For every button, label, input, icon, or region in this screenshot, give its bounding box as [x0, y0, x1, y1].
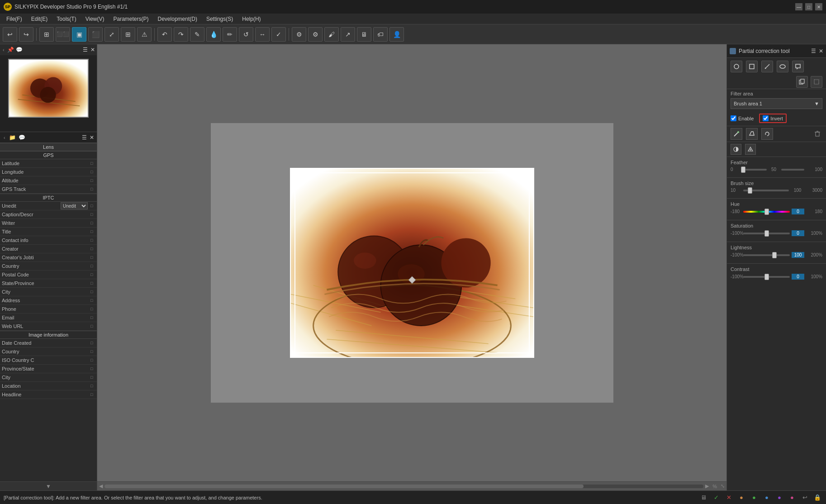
creator-expand-icon[interactable]: □: [90, 247, 95, 251]
creators-jobtitle-expand-icon[interactable]: □: [90, 255, 95, 260]
metadata-close-icon[interactable]: ✕: [90, 134, 94, 141]
menu-file[interactable]: File(F): [2, 15, 27, 23]
dropper-button[interactable]: 💧: [206, 27, 221, 42]
brush-reset-button[interactable]: [761, 128, 773, 140]
view-bw-button[interactable]: [731, 144, 741, 155]
status-x-red-icon[interactable]: ✕: [724, 493, 734, 503]
flip-button[interactable]: ↔: [255, 27, 270, 42]
province-state-expand-icon[interactable]: □: [90, 366, 95, 371]
view-color-button[interactable]: [745, 144, 756, 155]
pen-button[interactable]: ✏: [223, 27, 237, 42]
trash-button[interactable]: [812, 129, 822, 139]
menu-parameters[interactable]: Parameters(P): [109, 15, 153, 23]
enable-checkbox-label[interactable]: Enable: [731, 115, 754, 121]
metadata-folder-icon[interactable]: 📁: [9, 134, 16, 141]
headline-expand-icon[interactable]: □: [90, 392, 95, 397]
rotate-ccw-button[interactable]: ↶: [157, 27, 172, 42]
circle-shape-button[interactable]: [731, 61, 742, 72]
status-lock-icon[interactable]: 🔒: [812, 493, 822, 503]
thumbnail-menu-icon[interactable]: ☰: [83, 47, 88, 53]
view-grid-split-button[interactable]: ⬛⬛: [56, 27, 70, 42]
postal-code-expand-icon[interactable]: □: [90, 272, 95, 277]
rotate-reset-button[interactable]: ↺: [239, 27, 253, 42]
ellipse-shape-button[interactable]: [777, 61, 788, 72]
brush-size-slider-thumb[interactable]: [748, 187, 752, 194]
contact-info-expand-icon[interactable]: □: [90, 238, 95, 242]
minimize-button[interactable]: —: [795, 3, 802, 10]
metadata-chat-icon[interactable]: 💬: [19, 134, 25, 141]
redo-button[interactable]: ↪: [19, 27, 33, 42]
canvas-right-arrow[interactable]: ▶: [705, 483, 709, 489]
enable-checkbox[interactable]: [731, 115, 736, 121]
status-circle-green-icon[interactable]: ●: [749, 493, 759, 503]
lightness-slider-thumb[interactable]: [772, 252, 777, 258]
hue-slider-thumb[interactable]: [764, 209, 769, 215]
invert-checkbox[interactable]: [763, 115, 769, 121]
menu-view[interactable]: View(V): [81, 15, 109, 23]
menu-settings[interactable]: Settings(S): [202, 15, 237, 23]
hue-slider-track[interactable]: [743, 211, 790, 213]
pin-icon[interactable]: 📌: [7, 47, 14, 53]
view-zoom-fit-button[interactable]: ⤢: [104, 27, 119, 42]
address-expand-icon[interactable]: □: [90, 298, 95, 303]
status-undo-icon[interactable]: ↩: [800, 493, 810, 503]
close-button[interactable]: ✕: [815, 3, 822, 10]
feather-slider-track[interactable]: [743, 169, 767, 171]
gps-track-expand-icon[interactable]: □: [90, 187, 95, 191]
restore-button[interactable]: □: [805, 3, 812, 10]
settings-a-button[interactable]: ⚙: [292, 27, 306, 42]
saturation-slider-thumb[interactable]: [764, 230, 769, 237]
latitude-expand-icon[interactable]: □: [90, 161, 95, 166]
canvas-expand-icon[interactable]: ⤡: [721, 483, 725, 489]
status-circle-pink-icon[interactable]: ●: [787, 493, 797, 503]
view-grid-4-button[interactable]: ⊞: [39, 27, 54, 42]
canvas-left-arrow[interactable]: ◀: [99, 483, 103, 489]
contrast-slider-thumb[interactable]: [764, 274, 769, 280]
warning-button[interactable]: ⚠: [137, 27, 152, 42]
tag-button[interactable]: 🏷: [373, 27, 388, 42]
filter-area-dropdown[interactable]: Brush area 1 ▼: [731, 98, 822, 109]
state-province-expand-icon[interactable]: □: [90, 281, 95, 285]
brush-size-slider-track[interactable]: [743, 190, 789, 191]
check-button[interactable]: ✓: [271, 27, 286, 42]
rectangle-shape-button[interactable]: [746, 61, 758, 72]
brush-button[interactable]: 🖌: [324, 27, 339, 42]
status-monitor-icon[interactable]: 🖥: [698, 493, 708, 503]
altitude-expand-icon[interactable]: □: [90, 178, 95, 183]
copy-area-button[interactable]: [796, 76, 808, 88]
right-panel-close-icon[interactable]: ✕: [819, 48, 823, 54]
status-circle-orange-icon[interactable]: ●: [736, 493, 746, 503]
scroll-down-icon[interactable]: ▼: [46, 483, 51, 490]
speech-shape-button[interactable]: [792, 61, 804, 72]
writer-expand-icon[interactable]: □: [90, 221, 95, 225]
folder-icon[interactable]: 💬: [16, 47, 23, 53]
lightness-slider-track[interactable]: [743, 254, 790, 256]
status-circle-blue-icon[interactable]: ●: [762, 493, 772, 503]
menu-edit[interactable]: Edit(E): [27, 15, 52, 23]
title-expand-icon[interactable]: □: [90, 229, 95, 234]
menu-development[interactable]: Development(D): [153, 15, 202, 23]
unedit-dropdown[interactable]: Unedit: [61, 202, 88, 209]
stamp-button[interactable]: ✎: [190, 27, 204, 42]
metadata-menu-icon[interactable]: ☰: [82, 134, 87, 141]
web-url-expand-icon[interactable]: □: [90, 324, 95, 328]
phone-expand-icon[interactable]: □: [90, 307, 95, 311]
brush-erase-button[interactable]: [746, 128, 758, 140]
undo-button[interactable]: ↩: [3, 27, 17, 42]
nav-left-icon[interactable]: ‹: [2, 46, 5, 53]
left-panel-scrollbar[interactable]: ▼: [0, 481, 97, 490]
canvas-horizontal-scrollbar[interactable]: [104, 485, 703, 488]
city-iptc-expand-icon[interactable]: □: [90, 290, 95, 294]
feather-slider-thumb[interactable]: [741, 166, 745, 173]
rotate-cw-button[interactable]: ↷: [174, 27, 188, 42]
invert-checkbox-label[interactable]: Invert: [759, 114, 787, 123]
status-check-green-icon[interactable]: ✓: [711, 493, 721, 503]
menu-tools[interactable]: Tools(T): [52, 15, 81, 23]
canvas-container[interactable]: [97, 44, 726, 481]
iso-country-expand-icon[interactable]: □: [90, 358, 95, 362]
view-compare-button[interactable]: ⬛: [88, 27, 103, 42]
view-loupe-button[interactable]: ⊞: [121, 27, 135, 42]
meta-nav-left-icon[interactable]: ‹: [3, 134, 6, 141]
email-expand-icon[interactable]: □: [90, 315, 95, 320]
thumbnail-image[interactable]: [8, 59, 89, 118]
